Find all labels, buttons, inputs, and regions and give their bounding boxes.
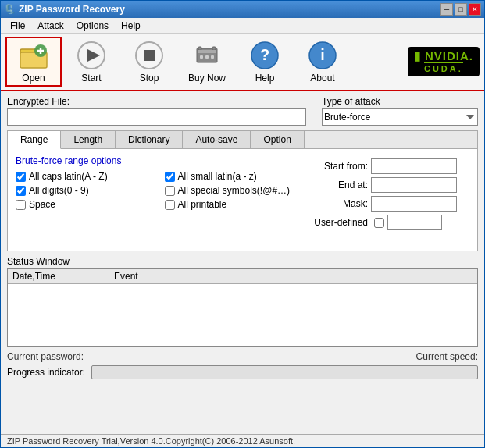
current-speed-label: Current speed: bbox=[416, 351, 478, 362]
bottom-row: Current password: Current speed: bbox=[7, 351, 478, 362]
checkbox-space: Space bbox=[16, 199, 157, 210]
attack-type-section: Type of attack Brute-force Dictionary Ma… bbox=[322, 96, 478, 126]
encrypted-file-section: Encrypted File: bbox=[7, 96, 306, 126]
current-password-field: Current password: bbox=[7, 351, 84, 362]
status-header: Date,Time Event bbox=[8, 269, 477, 284]
mask-input[interactable] bbox=[371, 196, 457, 212]
space-checkbox[interactable] bbox=[16, 200, 26, 210]
checkbox-digits: All digits(0 - 9) bbox=[16, 185, 157, 196]
end-at-row: End at: bbox=[313, 177, 469, 193]
tab-bar: Range Length Dictionary Auto-save Option bbox=[8, 131, 477, 149]
menu-options[interactable]: Options bbox=[70, 19, 115, 33]
title-bar: 🗜️ ZIP Password Recovery ─ □ ✕ bbox=[1, 1, 484, 18]
menu-bar: File Attack Options Help bbox=[1, 18, 484, 34]
tab-range[interactable]: Range bbox=[8, 131, 61, 149]
window-title: ZIP Password Recovery bbox=[19, 4, 125, 15]
status-section: Status Window Date,Time Event bbox=[7, 256, 478, 347]
svg-rect-13 bbox=[200, 55, 203, 59]
open-button[interactable]: Open bbox=[5, 37, 62, 87]
stop-button[interactable]: Stop bbox=[121, 37, 177, 87]
open-label: Open bbox=[22, 73, 45, 84]
attack-type-select[interactable]: Brute-force Dictionary Mask bbox=[322, 108, 478, 126]
user-defined-input[interactable] bbox=[387, 215, 442, 230]
file-row: Encrypted File: Type of attack Brute-for… bbox=[7, 96, 478, 126]
status-body bbox=[8, 284, 477, 339]
close-button[interactable]: ✕ bbox=[469, 3, 481, 16]
status-window: Date,Time Event bbox=[7, 268, 478, 347]
tab-autosave[interactable]: Auto-save bbox=[183, 131, 251, 148]
checkbox-printable: All printable bbox=[165, 199, 306, 210]
space-label: Space bbox=[29, 199, 55, 210]
nvidia-brand: ▮ NVIDIA. bbox=[414, 50, 473, 63]
start-from-input[interactable] bbox=[371, 158, 457, 174]
menu-attack[interactable]: Attack bbox=[31, 19, 70, 33]
printable-label: All printable bbox=[178, 199, 227, 210]
special-label: All special symbols(!@#…) bbox=[178, 185, 291, 196]
svg-text:?: ? bbox=[260, 46, 269, 63]
start-label: Start bbox=[81, 73, 101, 84]
maximize-button[interactable]: □ bbox=[455, 3, 467, 16]
special-checkbox[interactable] bbox=[165, 186, 175, 196]
attack-type-wrapper: Brute-force Dictionary Mask bbox=[322, 108, 478, 126]
svg-text:i: i bbox=[320, 46, 325, 63]
attack-type-label: Type of attack bbox=[322, 96, 478, 107]
tab-option[interactable]: Option bbox=[251, 131, 304, 148]
minimize-button[interactable]: ─ bbox=[440, 3, 453, 16]
status-col-event: Event bbox=[114, 271, 473, 282]
about-icon: i bbox=[307, 40, 338, 71]
tab-content-range: Brute-force range options All caps latin… bbox=[8, 149, 477, 251]
title-bar-buttons: ─ □ ✕ bbox=[440, 3, 481, 16]
svg-rect-12 bbox=[198, 50, 216, 53]
help-icon: ? bbox=[249, 40, 280, 71]
buynow-button[interactable]: Buy Now bbox=[179, 37, 235, 87]
user-defined-row: User-defined bbox=[313, 215, 469, 230]
encrypted-file-input[interactable] bbox=[7, 108, 306, 126]
svg-rect-11 bbox=[212, 47, 216, 50]
digits-checkbox[interactable] bbox=[16, 186, 26, 196]
checkbox-special: All special symbols(!@#…) bbox=[165, 185, 306, 196]
current-speed-field: Current speed: bbox=[416, 351, 478, 362]
stop-label: Stop bbox=[140, 73, 159, 84]
small-label: All small latin(a - z) bbox=[178, 171, 257, 182]
svg-rect-8 bbox=[144, 50, 155, 61]
tab-panel: Range Length Dictionary Auto-save Option… bbox=[7, 130, 478, 251]
tab-dictionary[interactable]: Dictionary bbox=[116, 131, 183, 148]
tab-length[interactable]: Length bbox=[61, 131, 116, 148]
caps-checkbox[interactable] bbox=[16, 172, 26, 182]
stop-icon bbox=[134, 40, 165, 71]
menu-help[interactable]: Help bbox=[115, 19, 147, 33]
current-password-label: Current password: bbox=[7, 351, 84, 362]
status-bar-text: ZIP Password Recovery Trial,Version 4.0.… bbox=[7, 436, 295, 446]
toolbar: Open Start Stop bbox=[1, 34, 484, 91]
title-bar-left: 🗜️ ZIP Password Recovery bbox=[4, 4, 125, 15]
caps-label: All caps latin(A - Z) bbox=[29, 171, 108, 182]
svg-marker-6 bbox=[87, 49, 100, 62]
mask-label: Mask: bbox=[313, 198, 368, 209]
start-icon bbox=[76, 40, 107, 71]
buynow-label: Buy Now bbox=[188, 73, 226, 84]
open-icon bbox=[18, 40, 49, 71]
cuda-label: CUDA. bbox=[424, 62, 463, 73]
mask-row: Mask: bbox=[313, 196, 469, 212]
nvidia-badge: ▮ NVIDIA. CUDA. bbox=[408, 47, 480, 77]
menu-file[interactable]: File bbox=[4, 19, 31, 33]
digits-label: All digits(0 - 9) bbox=[29, 185, 89, 196]
progress-bar-outer bbox=[91, 365, 478, 379]
svg-rect-10 bbox=[198, 47, 201, 50]
small-checkbox[interactable] bbox=[165, 172, 175, 182]
checkbox-small: All small latin(a - z) bbox=[165, 171, 306, 182]
svg-rect-15 bbox=[211, 55, 214, 59]
end-at-input[interactable] bbox=[371, 177, 457, 193]
svg-rect-14 bbox=[205, 55, 209, 59]
user-defined-checkbox[interactable] bbox=[374, 218, 384, 228]
printable-checkbox[interactable] bbox=[165, 200, 175, 210]
help-button[interactable]: ? Help bbox=[237, 37, 293, 87]
main-area: Encrypted File: Type of attack Brute-for… bbox=[1, 91, 484, 434]
status-bar: ZIP Password Recovery Trial,Version 4.0.… bbox=[1, 434, 484, 447]
help-label: Help bbox=[255, 73, 275, 84]
start-button[interactable]: Start bbox=[63, 37, 119, 87]
about-button[interactable]: i About bbox=[294, 37, 351, 87]
encrypted-file-label: Encrypted File: bbox=[7, 96, 306, 107]
app-icon: 🗜️ bbox=[4, 4, 16, 15]
progress-row: Progress indicator: bbox=[7, 365, 478, 379]
